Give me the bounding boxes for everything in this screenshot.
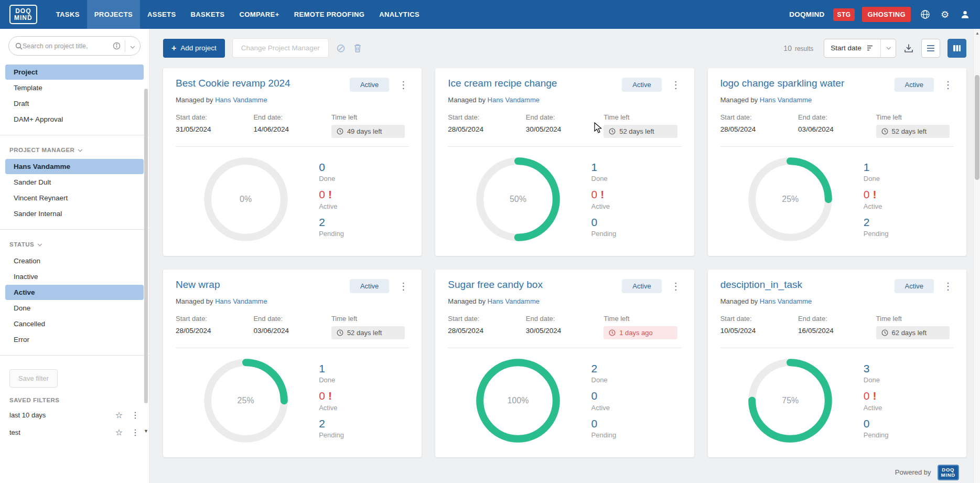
saved-filter-list: last 10 days☆⋮test☆⋮: [0, 406, 149, 441]
sidebar-item-template[interactable]: Template: [5, 80, 144, 95]
active-count[interactable]: 0!: [591, 390, 682, 402]
scrollbar-thumb[interactable]: [975, 75, 979, 180]
nav-item-projects[interactable]: PROJECTS: [87, 0, 140, 29]
saved-filter-name[interactable]: test: [9, 428, 109, 436]
done-label: Done: [864, 376, 954, 384]
user-icon[interactable]: [959, 9, 971, 20]
star-icon[interactable]: ☆: [115, 410, 123, 420]
nav-item-assets[interactable]: ASSETS: [140, 0, 183, 29]
project-title[interactable]: Best Cookie revamp 2024: [176, 78, 350, 89]
pending-count[interactable]: 0: [591, 216, 682, 228]
active-count[interactable]: 0!: [319, 390, 409, 402]
more-options-icon[interactable]: ⋮: [129, 427, 142, 437]
project-title[interactable]: logo change sparkling water: [720, 78, 895, 89]
project-manager-section-header[interactable]: PROJECT MANAGER: [0, 141, 149, 156]
scroll-up-arrow[interactable]: ▲: [975, 31, 979, 36]
status-item-inactive[interactable]: Inactive: [5, 269, 144, 284]
manager-link[interactable]: Hans Vandamme: [215, 96, 267, 104]
deactivate-icon-button[interactable]: ⊘: [336, 42, 346, 54]
status-item-cancelled[interactable]: Cancelled: [5, 316, 144, 331]
save-filter-button[interactable]: Save filter: [9, 369, 58, 388]
project-title[interactable]: New wrap: [176, 279, 350, 291]
pending-count[interactable]: 2: [319, 216, 409, 228]
done-count[interactable]: 3: [864, 362, 954, 374]
status-section-header[interactable]: STATUS: [0, 235, 149, 251]
sidebar-scrollbar[interactable]: ▼: [144, 80, 148, 426]
main-nav: TASKSPROJECTSASSETSBASKETSCOMPARE+REMOTE…: [49, 0, 427, 29]
more-options-icon[interactable]: ⋮: [129, 410, 142, 420]
card-menu-button[interactable]: ⋮: [670, 79, 682, 91]
start-date-label: Start date:: [176, 315, 253, 323]
active-count[interactable]: 0!: [864, 188, 954, 200]
list-view-button[interactable]: [921, 39, 940, 58]
card-menu-button[interactable]: ⋮: [397, 281, 409, 292]
manager-link[interactable]: Hans Vandamme: [760, 297, 812, 305]
add-project-button[interactable]: + Add project: [163, 39, 225, 58]
app-logo[interactable]: DOQ MIND: [9, 5, 37, 24]
section-title-text: SAVED FILTERS: [9, 397, 60, 403]
nav-item-baskets[interactable]: BASKETS: [183, 0, 232, 29]
project-title[interactable]: Ice cream recipe change: [448, 78, 622, 89]
manager-item-vincent-reynaert[interactable]: Vincent Reynaert: [5, 190, 144, 206]
download-button[interactable]: [903, 43, 914, 53]
sidebar-item-draft[interactable]: Draft: [5, 96, 144, 111]
nav-item-tasks[interactable]: TASKS: [49, 0, 87, 29]
delete-icon-button[interactable]: [353, 43, 362, 53]
divider: [720, 348, 954, 348]
footer-logo[interactable]: DOQ MIND: [938, 465, 959, 480]
main-scrollbar[interactable]: ▲: [973, 29, 980, 483]
change-project-manager-button[interactable]: Change Project Manager: [232, 38, 329, 58]
manager-link[interactable]: Hans Vandamme: [760, 96, 812, 104]
active-count[interactable]: 0!: [591, 188, 682, 200]
done-count[interactable]: 2: [591, 362, 682, 374]
search-input[interactable]: [23, 42, 113, 50]
grid-view-button[interactable]: [947, 39, 966, 58]
manager-link[interactable]: Hans Vandamme: [488, 297, 540, 305]
card-menu-button[interactable]: ⋮: [942, 281, 954, 292]
card-menu-button[interactable]: ⋮: [942, 79, 954, 91]
saved-filter-name[interactable]: last 10 days: [9, 411, 109, 419]
active-count[interactable]: 0!: [864, 390, 954, 402]
pending-count[interactable]: 2: [864, 216, 954, 228]
alert-exclamation-icon: !: [873, 188, 877, 200]
done-count[interactable]: 0: [319, 161, 409, 173]
topbar: DOQ MIND TASKSPROJECTSASSETSBASKETSCOMPA…: [0, 0, 980, 29]
end-date-label: End date:: [253, 113, 331, 121]
sidebar-item-project[interactable]: Project: [5, 65, 144, 80]
project-title[interactable]: Sugar free candy box: [448, 279, 622, 291]
pending-count[interactable]: 0: [864, 417, 954, 430]
nav-item-remote-proofing[interactable]: REMOTE PROOFING: [287, 0, 372, 29]
pending-count[interactable]: 2: [319, 417, 409, 430]
settings-gear-icon[interactable]: ⚙: [939, 9, 951, 20]
manager-item-sander-dult[interactable]: Sander Dult: [5, 175, 144, 190]
card-menu-button[interactable]: ⋮: [670, 281, 682, 292]
scrollbar-thumb[interactable]: [144, 89, 148, 403]
manager-item-sander-internal[interactable]: Sander Internal: [5, 206, 144, 221]
time-left-chip: 52 days left: [604, 125, 677, 138]
start-date-value: 10/05/2024: [720, 327, 798, 335]
status-item-active[interactable]: Active: [5, 285, 144, 300]
manager-link[interactable]: Hans Vandamme: [488, 96, 540, 104]
sort-chevron-button[interactable]: [880, 39, 896, 57]
nav-item-compare[interactable]: COMPARE+: [232, 0, 286, 29]
manager-link[interactable]: Hans Vandamme: [215, 297, 267, 305]
done-count[interactable]: 1: [864, 161, 954, 173]
active-count[interactable]: 0!: [319, 188, 409, 200]
done-count[interactable]: 1: [319, 362, 409, 374]
done-count[interactable]: 1: [591, 161, 682, 173]
card-menu-button[interactable]: ⋮: [397, 79, 409, 91]
search-chevron-down-icon[interactable]: [128, 41, 140, 51]
globe-icon[interactable]: [919, 9, 931, 20]
manager-item-hans-vandamme[interactable]: Hans Vandamme: [5, 159, 144, 174]
info-icon[interactable]: [113, 42, 121, 50]
pending-count[interactable]: 0: [591, 417, 682, 430]
status-item-done[interactable]: Done: [5, 300, 144, 316]
project-title[interactable]: desciption_in_task: [720, 279, 895, 291]
sidebar-item-dam-approval[interactable]: DAM+ Approval: [5, 112, 144, 127]
star-icon[interactable]: ☆: [115, 427, 123, 437]
status-item-error[interactable]: Error: [5, 332, 144, 347]
status-item-creation[interactable]: Creation: [5, 253, 144, 269]
nav-item-analytics[interactable]: ANALYTICS: [372, 0, 427, 29]
sort-select[interactable]: Start date: [824, 39, 880, 57]
scroll-down-arrow[interactable]: ▼: [144, 428, 148, 434]
